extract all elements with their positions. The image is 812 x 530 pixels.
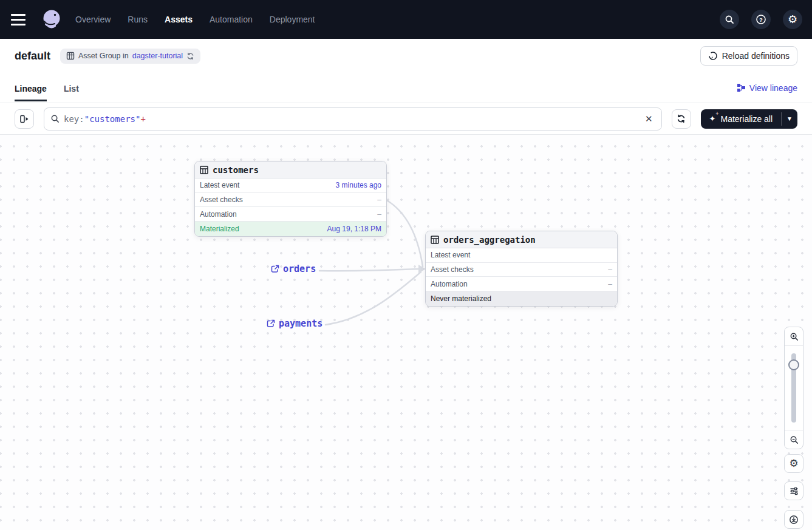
nav-item-overview[interactable]: Overview	[75, 15, 111, 24]
page-header: default Asset Group in dagster-tutorial …	[0, 39, 812, 73]
search-icon[interactable]	[720, 10, 739, 29]
materialize-all-main[interactable]: ✦+ Materialize all	[701, 109, 782, 129]
badge-prefix: Asset Group in	[78, 52, 129, 60]
external-asset-orders[interactable]: orders	[271, 263, 316, 274]
reload-definitions-button[interactable]: Reload definitions	[700, 46, 797, 66]
table-icon	[431, 236, 439, 244]
settings-gear-icon: ⚙	[789, 458, 798, 469]
asset-node-customers[interactable]: customers Latest event 3 minutes ago Ass…	[194, 161, 387, 237]
latest-event-link[interactable]: 3 minutes ago	[336, 181, 381, 189]
external-asset-label: orders	[283, 263, 316, 274]
filters-tune-icon	[790, 486, 799, 495]
svg-text:?: ?	[759, 16, 763, 23]
node-row-materialized: Materialized Aug 19, 1:18 PM	[195, 222, 386, 236]
view-lineage-label: View lineage	[749, 83, 797, 93]
arrow-down-circle-icon	[789, 515, 799, 525]
external-link-icon	[267, 319, 275, 328]
lineage-graph-canvas[interactable]: customers Latest event 3 minutes ago Ass…	[0, 135, 812, 530]
nav-item-assets[interactable]: Assets	[165, 15, 193, 24]
materialize-all-label: Materialize all	[721, 114, 773, 124]
reload-icon	[708, 51, 718, 61]
nav-item-automation[interactable]: Automation	[210, 15, 253, 24]
materialize-all-button[interactable]: ✦+ Materialize all ▼	[701, 109, 797, 129]
asset-name: orders_aggregation	[443, 235, 536, 245]
node-row-automation: Automation –	[195, 207, 386, 222]
lineage-graph-icon	[737, 83, 746, 92]
sparkle-icon: ✦+	[709, 114, 716, 123]
table-icon	[200, 166, 208, 174]
graph-settings-button[interactable]: ⚙	[784, 454, 803, 473]
nav-item-runs[interactable]: Runs	[128, 15, 148, 24]
nav-item-deployment[interactable]: Deployment	[270, 15, 315, 24]
node-row-latest-event: Latest event	[426, 248, 617, 263]
badge-refresh-icon[interactable]	[186, 52, 194, 60]
external-asset-label: payments	[279, 318, 322, 329]
search-input-icon	[50, 114, 60, 123]
node-row-asset-checks: Asset checks –	[426, 263, 617, 277]
zoom-slider-knob[interactable]	[788, 359, 799, 370]
page-title: default	[15, 50, 50, 63]
clear-search-icon[interactable]: ✕	[643, 112, 655, 126]
hamburger-menu-icon[interactable]	[11, 10, 30, 29]
asset-group-icon	[66, 52, 75, 60]
lineage-toolbar: key:"customers"+ ✕ ✦+ Materialize all ▼	[0, 103, 812, 135]
asset-node-header[interactable]: customers	[195, 161, 386, 178]
materialized-status-label: Materialized	[200, 225, 239, 233]
materialize-dropdown-caret[interactable]: ▼	[782, 109, 797, 129]
zoom-in-button[interactable]	[785, 327, 803, 345]
lineage-edges	[0, 135, 812, 530]
node-row-latest-event: Latest event 3 minutes ago	[195, 178, 386, 193]
node-row-never-materialized: Never materialized	[426, 291, 617, 306]
asset-node-orders-aggregation[interactable]: orders_aggregation Latest event Asset ch…	[425, 231, 618, 307]
zoom-slider[interactable]	[785, 346, 803, 430]
asset-search-input[interactable]: key:"customers"+ ✕	[44, 107, 662, 131]
materialized-timestamp-link[interactable]: Aug 19, 1:18 PM	[327, 225, 381, 233]
badge-repo-link[interactable]: dagster-tutorial	[132, 52, 183, 60]
recenter-button[interactable]	[784, 510, 803, 529]
refresh-graph-button[interactable]	[672, 109, 691, 129]
node-row-asset-checks: Asset checks –	[195, 193, 386, 208]
tabs-row: Lineage List View lineage	[0, 73, 812, 103]
tab-lineage[interactable]: Lineage	[15, 75, 47, 101]
help-icon[interactable]: ?	[751, 10, 771, 29]
asset-group-badge: Asset Group in dagster-tutorial	[60, 49, 200, 64]
dagster-logo-icon[interactable]	[40, 7, 64, 32]
zoom-control-group	[784, 327, 803, 449]
graph-filters-button[interactable]	[784, 481, 803, 500]
tab-list[interactable]: List	[64, 75, 79, 101]
view-lineage-link[interactable]: View lineage	[737, 83, 797, 93]
never-materialized-label: Never materialized	[431, 294, 491, 303]
node-row-automation: Automation –	[426, 277, 617, 291]
asset-name: customers	[213, 165, 259, 175]
main-nav: Overview Runs Assets Automation Deployme…	[75, 15, 315, 24]
asset-node-header[interactable]: orders_aggregation	[426, 231, 617, 248]
sidebar-toggle-button[interactable]	[15, 109, 34, 129]
top-navbar: Overview Runs Assets Automation Deployme…	[0, 0, 812, 39]
reload-label: Reload definitions	[722, 51, 790, 61]
external-asset-payments[interactable]: payments	[267, 318, 322, 329]
zoom-out-button[interactable]	[785, 430, 803, 449]
search-query-text[interactable]: key:"customers"+	[64, 114, 638, 124]
gear-icon[interactable]: ⚙	[783, 10, 802, 29]
external-link-icon	[271, 265, 279, 273]
